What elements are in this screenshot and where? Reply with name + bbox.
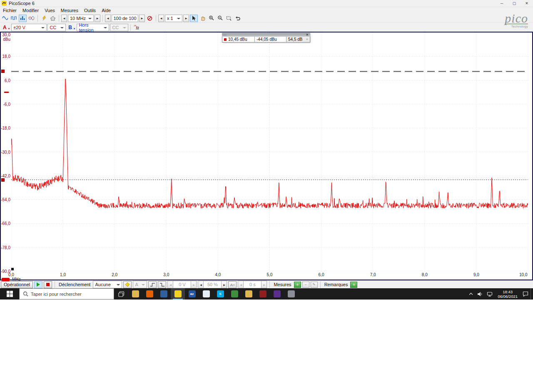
- spectrum-view[interactable]: 30,0dBu18,06,0-6,0-18,0-30,0-42,0-54,0-6…: [0, 32, 533, 280]
- menu-outils[interactable]: Outils: [81, 7, 99, 13]
- taskbar-app-folder[interactable]: [242, 288, 256, 300]
- trigger-marker-button[interactable]: [123, 281, 132, 288]
- falling-edge-button[interactable]: [158, 281, 166, 288]
- network-tray-icon[interactable]: [485, 288, 495, 300]
- speaker-tray-icon[interactable]: [475, 288, 485, 300]
- buffer-prev-button[interactable]: ◀: [105, 15, 111, 22]
- remote-desktop-icon: [288, 290, 295, 297]
- spectrum-plot[interactable]: [11, 32, 528, 271]
- x-axis-trace-badge[interactable]: [2, 278, 10, 281]
- taskbar-app-az-app[interactable]: az: [185, 288, 199, 300]
- threshold-value[interactable]: 0 V: [173, 281, 191, 288]
- threshold-down-button[interactable]: ◀: [167, 281, 173, 288]
- channel-b-coupling-select[interactable]: CC: [110, 24, 128, 31]
- maximize-button[interactable]: ▢: [508, 0, 521, 7]
- taskbar-app-remote-desktop[interactable]: [284, 288, 298, 300]
- zoom-in-tool-button[interactable]: [207, 15, 215, 22]
- menu-fichier[interactable]: Fichier: [0, 7, 20, 13]
- rising-edge-button[interactable]: [148, 281, 157, 288]
- pretrigger-value[interactable]: 50 %: [204, 281, 221, 288]
- ruler-legend-titlebar[interactable]: ▪▪▪ ✕: [222, 33, 310, 37]
- trigger-mode-select[interactable]: Aucune: [93, 281, 122, 288]
- auto-setup-button[interactable]: [40, 15, 48, 22]
- taskbar-app-file-explorer[interactable]: [128, 288, 142, 300]
- menu-aide[interactable]: Aide: [99, 7, 114, 13]
- spectrum-range-prev-button[interactable]: ◀: [61, 15, 67, 22]
- buffer-next-button[interactable]: ▶: [139, 15, 145, 22]
- undo-zoom-button[interactable]: [234, 15, 242, 22]
- trigger-source-select[interactable]: A: [133, 281, 147, 288]
- taskbar-app-skype[interactable]: S: [213, 288, 227, 300]
- search-box[interactable]: [19, 288, 114, 300]
- menu-vues[interactable]: Vues: [42, 7, 58, 13]
- zoom-next-button[interactable]: ▶: [183, 15, 189, 22]
- zoom-out-tool-button[interactable]: [216, 15, 224, 22]
- buffer-position-field[interactable]: 100 de 100: [112, 15, 138, 22]
- play-button[interactable]: [34, 281, 42, 288]
- delay-down-button[interactable]: ◀: [238, 281, 244, 288]
- pointer-tool-button[interactable]: [190, 15, 198, 22]
- add-remark-button[interactable]: +: [350, 282, 357, 288]
- ruler-handle[interactable]: [1, 178, 5, 182]
- taskbar-app-firefox[interactable]: [142, 288, 157, 300]
- channel-b-range-select[interactable]: Hors tension: [77, 24, 109, 31]
- stop-button[interactable]: [44, 281, 52, 288]
- axis-drag-handle[interactable]: [11, 268, 14, 270]
- hidden-icons-chevron[interactable]: [467, 288, 475, 300]
- taskbar-app-app-darkred[interactable]: [256, 288, 270, 300]
- taskbar-app-mail[interactable]: [157, 288, 171, 300]
- spectrum-view-button[interactable]: [19, 15, 27, 22]
- signal-generator-button[interactable]: [10, 15, 18, 22]
- taskbar-app-picoscope[interactable]: [171, 288, 185, 300]
- spectrum-range-select[interactable]: 10 MHz: [68, 15, 94, 22]
- taskbar-app-calendar[interactable]: [199, 288, 213, 300]
- close-button[interactable]: ✕: [521, 0, 533, 7]
- zoom-prev-button[interactable]: ◀: [158, 15, 164, 22]
- action-center-button[interactable]: [521, 288, 531, 300]
- channel-a-label[interactable]: A: [3, 25, 7, 30]
- ruler-legend-box[interactable]: ▪▪▪ ✕ 10,45 dBu -44,05 dBu 54,5 dB ≡: [222, 33, 310, 42]
- remove-measure-button[interactable]: −: [302, 282, 309, 288]
- channel-b-label[interactable]: B: [68, 25, 72, 30]
- taskbar-clock[interactable]: 18:43 06/06/2021: [495, 290, 521, 299]
- add-measure-button[interactable]: +: [294, 282, 301, 288]
- show-desktop-button[interactable]: [531, 288, 533, 300]
- math-channels-button[interactable]: M: [133, 24, 141, 31]
- taskbar-apps: azS: [128, 288, 298, 300]
- persistence-icon: [28, 16, 35, 20]
- channel-a-range-select[interactable]: ±20 V: [11, 24, 47, 31]
- pretrigger-up-button[interactable]: ▶: [221, 281, 227, 288]
- scope-view-button[interactable]: [1, 15, 9, 22]
- delay-value[interactable]: 0 s: [244, 281, 261, 288]
- discard-buffers-button[interactable]: [146, 15, 154, 22]
- home-button[interactable]: [49, 15, 57, 22]
- stop-icon: [46, 283, 50, 286]
- menu-mesures[interactable]: Mesures: [58, 7, 81, 13]
- run-stop-button[interactable]: Opérationnel: [1, 281, 33, 288]
- menu-modifier[interactable]: Modifier: [20, 7, 42, 13]
- ruler-legend-close-button[interactable]: ✕: [305, 33, 309, 37]
- channel-a-coupling-select[interactable]: CC: [47, 24, 66, 31]
- hand-icon: [200, 15, 206, 21]
- delay-up-button[interactable]: ▶: [261, 281, 267, 288]
- taskbar-app-app-purple[interactable]: [270, 288, 284, 300]
- edit-measure-button[interactable]: ✎: [311, 282, 318, 288]
- persistence-view-button[interactable]: [27, 15, 35, 22]
- ruler-handle[interactable]: [1, 70, 5, 73]
- channel-toolbar: A ▾ ±20 V CC B ▾ Hors tension CC M: [0, 22, 533, 32]
- separator: [156, 15, 156, 22]
- auto-trigger-button[interactable]: A: [228, 281, 237, 288]
- zoom-select[interactable]: x 1: [165, 15, 182, 22]
- task-view-button[interactable]: [114, 288, 128, 300]
- taskbar-app-app-green[interactable]: [227, 288, 242, 300]
- pretrigger-down-button[interactable]: ◀: [198, 281, 204, 288]
- start-button[interactable]: [0, 288, 19, 300]
- pan-tool-button[interactable]: [199, 15, 207, 22]
- marquee-zoom-tool-button[interactable]: [225, 15, 233, 22]
- threshold-up-button[interactable]: ▶: [191, 281, 197, 288]
- channel-a-zero-marker[interactable]: [4, 92, 9, 93]
- minimize-button[interactable]: ─: [496, 0, 508, 7]
- ruler-value-2: -44,05 dBu: [255, 37, 286, 42]
- search-input[interactable]: [31, 292, 102, 297]
- spectrum-range-next-button[interactable]: ▶: [95, 15, 100, 22]
